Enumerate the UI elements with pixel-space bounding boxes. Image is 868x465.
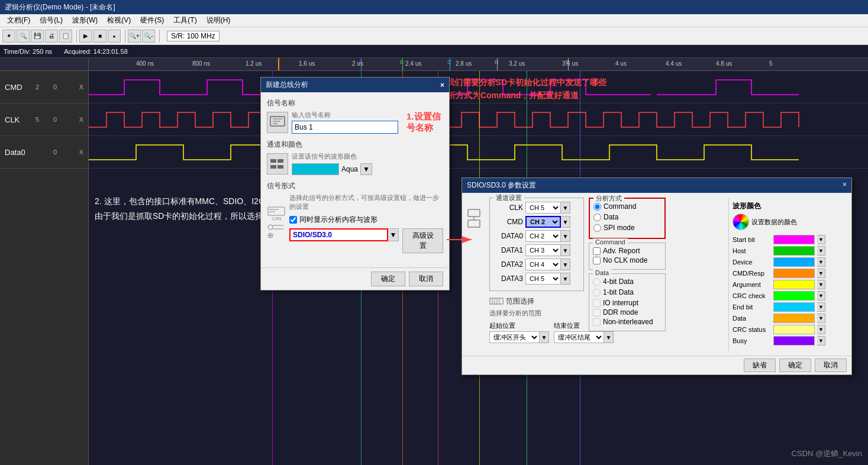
- protocol-dropdown-btn[interactable]: ▼: [388, 228, 399, 241]
- csdn-watermark: CSDN @逆鳞_Kevin: [792, 448, 862, 459]
- wf-color-dropdown-3[interactable]: ▼: [817, 269, 825, 278]
- color-dropdown-btn[interactable]: ▼: [360, 163, 372, 175]
- start-pos-dropdown[interactable]: ▼: [540, 331, 549, 343]
- wf-color-label-0: Start bit: [733, 236, 771, 243]
- wf-color-swatch-8: [773, 325, 815, 334]
- toolbar-stop[interactable]: ■: [93, 30, 107, 43]
- wf-color-label-8: CRC status: [733, 326, 771, 333]
- data0-select[interactable]: CH 2: [525, 230, 561, 242]
- start-pos-select[interactable]: 缓冲区开头: [489, 331, 540, 343]
- signal-row-cmd: CMD 2 0 X: [0, 71, 88, 104]
- svg-rect-6: [270, 165, 276, 169]
- menu-file[interactable]: 文档(F): [2, 14, 35, 27]
- signal-row-data0: Data0 0 X: [0, 136, 88, 169]
- spi-radio[interactable]: [593, 224, 601, 232]
- data3-select[interactable]: CH 5: [525, 273, 561, 285]
- toolbar-btn-3[interactable]: 💾: [31, 30, 44, 43]
- waveform-colors-col: 波形颜色 设置数据的颜色 Start bit▼Host▼Device▼CMD/R…: [728, 198, 847, 351]
- toolbar-zoom-out[interactable]: 🔍-: [142, 30, 155, 43]
- wf-color-dropdown-2[interactable]: ▼: [817, 257, 825, 267]
- menu-help[interactable]: 说明(H): [202, 14, 235, 27]
- data2-select[interactable]: CH 4: [525, 259, 561, 270]
- data3-label: DATA3: [493, 275, 523, 283]
- wf-color-dropdown-8[interactable]: ▼: [817, 325, 825, 334]
- menu-tools[interactable]: 工具(T): [169, 14, 201, 27]
- data-group-section: Data 4-bit Data 1-bit Data IO interrupt: [589, 273, 666, 331]
- data3-dropdown[interactable]: ▼: [561, 273, 570, 285]
- ddr-mode-checkbox[interactable]: [593, 309, 601, 317]
- bus-ok-btn[interactable]: 确定: [371, 272, 405, 286]
- bit1-row: 1-bit Data: [593, 288, 662, 296]
- toolbar-zoom-in[interactable]: 🔍+: [128, 30, 141, 43]
- wf-color-dropdown-9[interactable]: ▼: [817, 336, 825, 345]
- bus-dialog-close[interactable]: ×: [440, 81, 444, 89]
- clk-dropdown[interactable]: ▼: [561, 202, 570, 214]
- wf-color-dropdown-0[interactable]: ▼: [817, 235, 825, 244]
- svg-point-12: [268, 225, 273, 230]
- signal-name-cmd: CMD: [5, 83, 22, 92]
- data3-combo: CH 5 ▼: [525, 273, 570, 285]
- menu-hardware[interactable]: 硬件(S): [135, 14, 169, 27]
- cmd-row: CMD CH 2 ▼: [493, 216, 580, 228]
- set-color-label: 设置该信号的波形颜色: [292, 152, 443, 161]
- adv-report-checkbox[interactable]: [593, 247, 601, 255]
- color-row: Aqua ▼: [292, 163, 443, 175]
- bit1-radio[interactable]: [593, 289, 601, 296]
- menu-view[interactable]: 检视(V): [102, 14, 135, 27]
- color-name: Aqua: [341, 165, 358, 173]
- toolbar-btn-2[interactable]: 🔍: [17, 30, 30, 43]
- wf-color-swatch-7: [773, 314, 815, 323]
- data0-dropdown[interactable]: ▼: [561, 230, 570, 242]
- wf-color-swatch-0: [773, 235, 815, 244]
- clk-combo: CH 5 ▼: [525, 202, 570, 214]
- cmd-select[interactable]: CH 2: [525, 216, 561, 228]
- no-clk-checkbox[interactable]: [593, 257, 601, 264]
- menu-waveform[interactable]: 波形(W): [67, 14, 102, 27]
- sdio-close[interactable]: ×: [843, 180, 847, 190]
- svg-point-16: [269, 234, 272, 237]
- toolbar-btn-4[interactable]: 🖨: [45, 30, 58, 43]
- range-pos-row: 起始位置 缓冲区开头 ▼ 结束位置: [489, 321, 584, 343]
- advanced-settings-btn[interactable]: 高级设置: [402, 228, 443, 253]
- sdio-dialog: SDIO/SD3.0 参数设置 × 通道设置: [462, 177, 852, 375]
- wf-color-dropdown-5[interactable]: ▼: [817, 291, 825, 301]
- clk-row: CLK CH 5 ▼: [493, 202, 580, 214]
- clk-select[interactable]: CH 5: [525, 202, 561, 214]
- toolbar-run[interactable]: ▶: [79, 30, 92, 43]
- bus-cancel-btn[interactable]: 取消: [409, 272, 443, 286]
- wf-color-dropdown-4[interactable]: ▼: [817, 280, 825, 289]
- toolbar-btn-5[interactable]: 📋: [59, 30, 72, 43]
- svg-rect-20: [490, 298, 503, 304]
- data1-select[interactable]: CH 3: [525, 244, 561, 256]
- data3-row: DATA3 CH 5 ▼: [493, 273, 580, 285]
- toolbar-single[interactable]: ⬥: [108, 30, 121, 43]
- signal-name-label: 信号名称: [267, 98, 443, 108]
- cmd-dropdown[interactable]: ▼: [561, 216, 570, 228]
- svg-text:CAN: CAN: [272, 216, 282, 221]
- bus-name-input[interactable]: [292, 121, 398, 134]
- data2-dropdown[interactable]: ▼: [561, 259, 570, 270]
- wf-color-row-7: Data▼: [733, 314, 843, 323]
- sdio-ok-btn[interactable]: 确定: [779, 359, 811, 372]
- protocol-input[interactable]: [289, 228, 388, 241]
- menu-signal[interactable]: 信号(L): [35, 14, 67, 27]
- wf-color-dropdown-1[interactable]: ▼: [817, 246, 825, 256]
- command-radio[interactable]: [593, 203, 601, 211]
- wf-color-swatch-9: [773, 336, 815, 345]
- command-group-title: Command: [593, 238, 628, 246]
- wf-color-dropdown-7[interactable]: ▼: [817, 314, 825, 323]
- toolbar-btn-1[interactable]: ✦: [2, 30, 15, 43]
- wf-color-dropdown-6[interactable]: ▼: [817, 302, 825, 312]
- wf-color-swatch-1: [773, 246, 815, 256]
- non-interleaved-checkbox[interactable]: [593, 318, 601, 326]
- wf-color-swatch-6: [773, 302, 815, 312]
- data1-dropdown[interactable]: ▼: [561, 244, 570, 256]
- show-analysis-checkbox[interactable]: [289, 216, 297, 224]
- data-radio[interactable]: [593, 214, 601, 221]
- io-interrupt-checkbox[interactable]: [593, 299, 601, 307]
- wf-color-label-7: Data: [733, 315, 771, 322]
- cmd-label: CMD: [493, 218, 523, 226]
- sdio-default-btn[interactable]: 缺省: [744, 359, 776, 372]
- bit4-radio[interactable]: [593, 278, 601, 286]
- sdio-cancel-btn[interactable]: 取消: [815, 359, 847, 372]
